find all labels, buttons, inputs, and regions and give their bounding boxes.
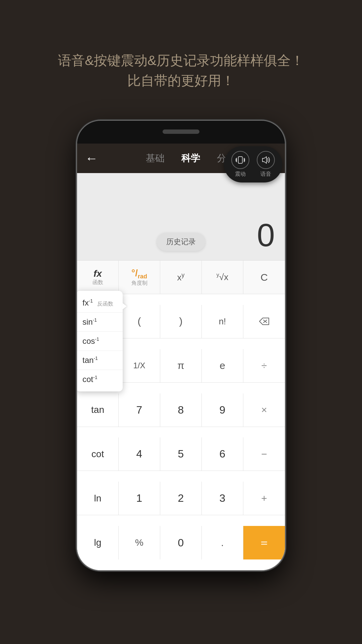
sound-action[interactable]: 语音 [257, 151, 275, 178]
tab-science[interactable]: 科学 [181, 152, 200, 165]
key-decimal[interactable]: . [202, 526, 243, 559]
key-angle[interactable]: °/rad 角度制 [119, 261, 160, 294]
tab-basic[interactable]: 基础 [146, 152, 165, 165]
key-backspace[interactable] [243, 305, 285, 338]
history-button[interactable]: 历史记录 [157, 233, 205, 251]
key-lg[interactable]: lg [77, 526, 119, 559]
key-power[interactable]: xy [160, 261, 202, 294]
popup-item-cot[interactable]: cot-1 [77, 370, 123, 389]
key-clear[interactable]: C [243, 261, 285, 294]
popup-item-sin[interactable]: sin-1 [77, 313, 123, 332]
header-text: 语音&按键震动&历史记录功能样样俱全！ 比自带的更好用！ [0, 0, 362, 107]
key-factorial[interactable]: n! [202, 305, 243, 338]
keyboard-area: fx-1 反函数 sin-1 cos-1 tan-1 cot-1 fx 函数 [77, 260, 285, 570]
key-8[interactable]: 8 [160, 393, 202, 427]
sound-icon [257, 151, 275, 169]
phone-speaker [163, 129, 199, 134]
key-e[interactable]: e [202, 349, 243, 383]
vibrate-label: 震动 [235, 171, 246, 178]
key-4[interactable]: 4 [119, 437, 160, 471]
header-line1: 语音&按键震动&历史记录功能样样俱全！ [27, 50, 335, 70]
key-multiply[interactable]: × [243, 393, 285, 427]
popup-item-tan[interactable]: tan-1 [77, 351, 123, 370]
key-add[interactable]: + [243, 482, 285, 515]
key-subtract[interactable]: − [243, 437, 285, 471]
display-number: 0 [257, 217, 275, 254]
popup-arrow [122, 303, 127, 310]
key-rparen[interactable]: ) [160, 305, 202, 338]
vibrate-icon [231, 151, 249, 169]
popup-item-fx[interactable]: fx-1 反函数 [77, 293, 123, 313]
display-area: 历史记录 0 [77, 173, 285, 260]
key-tan[interactable]: tan [77, 393, 119, 427]
svg-marker-5 [262, 157, 266, 163]
phone-frame: ← 基础 科学 分数 [77, 121, 285, 570]
key-3[interactable]: 3 [202, 482, 243, 515]
vibrate-action[interactable]: 震动 [231, 151, 249, 178]
key-0[interactable]: 0 [160, 526, 202, 559]
nav-bar: ← 基础 科学 分数 [77, 144, 285, 173]
svg-rect-0 [238, 157, 242, 163]
key-percent[interactable]: % [119, 526, 160, 559]
key-fx[interactable]: fx 函数 [77, 261, 119, 294]
key-equals[interactable]: ＝ [243, 526, 285, 559]
key-cot[interactable]: cot [77, 437, 119, 471]
key-9[interactable]: 9 [202, 393, 243, 427]
quick-actions-popup: 震动 语音 [224, 146, 282, 182]
key-reciprocal[interactable]: 1/X [119, 349, 160, 383]
popup-item-cos[interactable]: cos-1 [77, 332, 123, 351]
key-7[interactable]: 7 [119, 393, 160, 427]
key-pi[interactable]: π [160, 349, 202, 383]
key-root[interactable]: y√x [202, 261, 243, 294]
sound-label: 语音 [260, 171, 271, 178]
back-button[interactable]: ← [85, 151, 98, 166]
key-2[interactable]: 2 [160, 482, 202, 515]
key-6[interactable]: 6 [202, 437, 243, 471]
key-1[interactable]: 1 [119, 482, 160, 515]
key-divide[interactable]: ÷ [243, 349, 285, 383]
key-5[interactable]: 5 [160, 437, 202, 471]
inverse-func-popup: fx-1 反函数 sin-1 cos-1 tan-1 cot-1 [77, 291, 123, 391]
app-background: 语音&按键震动&历史记录功能样样俱全！ 比自带的更好用！ ← 基础 科学 分数 [0, 0, 362, 644]
phone-screen: ← 基础 科学 分数 [77, 144, 285, 570]
header-line2: 比自带的更好用！ [27, 70, 335, 91]
key-lparen[interactable]: ( [119, 305, 160, 338]
key-ln[interactable]: ln [77, 482, 119, 515]
